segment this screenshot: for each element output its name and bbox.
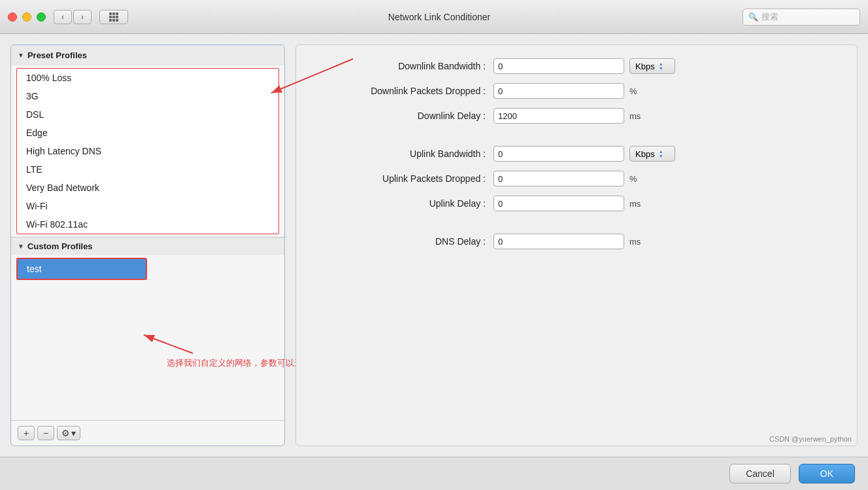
downlink-bandwidth-row: Downlink Bandwidth : Kbps ▲▼ — [316, 58, 837, 74]
traffic-lights — [8, 12, 46, 22]
cancel-button[interactable]: Cancel — [729, 464, 791, 483]
uplink-delay-label: Uplink Delay : — [316, 198, 486, 209]
uplink-delay-row: Uplink Delay : ms — [316, 196, 837, 211]
list-item-3g[interactable]: 3G — [17, 87, 278, 105]
list-item-very-bad-network[interactable]: Very Bad Network — [17, 179, 278, 197]
title-bar: ‹ › Network Link Conditioner 🔍 搜索 — [0, 0, 868, 34]
list-item-lte[interactable]: LTE — [17, 160, 278, 179]
kbps-label: Kbps — [635, 61, 655, 71]
list-item-dsl[interactable]: DSL — [17, 105, 278, 124]
preset-list: 100% Loss 3G DSL Edge High Latency DNS L… — [16, 68, 279, 234]
toolbar: + − ⚙ ▾ — [11, 420, 284, 446]
back-button[interactable]: ‹ — [54, 10, 72, 24]
list-item-test[interactable]: test — [16, 258, 147, 280]
downlink-bandwidth-unit-select[interactable]: Kbps ▲▼ — [629, 58, 675, 74]
close-button[interactable] — [8, 12, 17, 22]
uplink-kbps-label: Kbps — [635, 149, 655, 159]
uplink-packets-dropped-input[interactable] — [493, 171, 624, 186]
uplink-packets-dropped-label: Uplink Packets Dropped : — [316, 173, 486, 184]
main-content: 非自定义，参数无法修改 选择我们自定义的网络，参数可以进行修改 ▼ Preset… — [0, 34, 868, 457]
search-placeholder: 搜索 — [761, 11, 778, 23]
add-button[interactable]: + — [18, 426, 35, 440]
left-panel: ▼ Preset Profiles 100% Loss 3G DSL Edge … — [10, 44, 285, 446]
downlink-bandwidth-label: Downlink Bandwidth : — [316, 61, 486, 71]
right-panel: Downlink Bandwidth : Kbps ▲▼ Downlink Pa… — [295, 44, 858, 446]
remove-button[interactable]: − — [37, 426, 54, 440]
custom-header-label: Custom Profiles — [27, 241, 93, 251]
dns-delay-label: DNS Delay : — [316, 236, 486, 247]
list-item-wifi[interactable]: Wi-Fi — [17, 197, 278, 215]
downlink-delay-unit: ms — [629, 111, 641, 121]
preset-header-label: Preset Profiles — [27, 50, 87, 60]
list-item-high-latency-dns[interactable]: High Latency DNS — [17, 142, 278, 160]
ok-button[interactable]: OK — [799, 464, 855, 483]
grid-button[interactable] — [99, 10, 128, 24]
downlink-packets-dropped-label: Downlink Packets Dropped : — [316, 86, 486, 96]
forward-button[interactable]: › — [73, 10, 92, 24]
list-item-100loss[interactable]: 100% Loss — [17, 69, 278, 87]
grid-icon — [109, 12, 118, 22]
dns-delay-unit: ms — [629, 237, 641, 247]
custom-list: test — [16, 258, 279, 280]
search-icon: 🔍 — [748, 12, 758, 22]
downlink-packets-dropped-row: Downlink Packets Dropped : % — [316, 83, 837, 99]
uplink-select-arrows-icon: ▲▼ — [659, 149, 663, 158]
watermark: CSDN @yuerwen_python — [769, 435, 852, 443]
list-item-wifi-80211ac[interactable]: Wi-Fi 802.11ac — [17, 215, 278, 234]
window-title: Network Link Conditioner — [136, 12, 743, 22]
downlink-delay-input[interactable] — [493, 108, 624, 124]
dns-delay-input[interactable] — [493, 234, 624, 249]
uplink-delay-input[interactable] — [493, 196, 624, 211]
nav-buttons: ‹ › — [54, 10, 92, 24]
uplink-bandwidth-unit-select[interactable]: Kbps ▲▼ — [629, 146, 675, 162]
downlink-packets-dropped-input[interactable] — [493, 83, 624, 99]
list-item-edge[interactable]: Edge — [17, 124, 278, 142]
preset-profiles-header: ▼ Preset Profiles — [11, 45, 284, 65]
downlink-bandwidth-input[interactable] — [493, 58, 624, 74]
uplink-bandwidth-label: Uplink Bandwidth : — [316, 149, 486, 159]
downlink-delay-row: Downlink Delay : ms — [316, 108, 837, 124]
uplink-bandwidth-row: Uplink Bandwidth : Kbps ▲▼ — [316, 146, 837, 162]
gear-button[interactable]: ⚙ ▾ — [57, 426, 80, 440]
chevron-down-icon: ▾ — [71, 428, 76, 438]
triangle-icon-custom: ▼ — [18, 243, 24, 250]
uplink-packets-dropped-row: Uplink Packets Dropped : % — [316, 171, 837, 186]
custom-profiles-header: ▼ Custom Profiles — [11, 237, 284, 255]
search-box[interactable]: 🔍 搜索 — [743, 9, 860, 26]
triangle-icon: ▼ — [18, 52, 24, 59]
bottom-bar: Cancel OK — [0, 457, 868, 490]
uplink-packets-unit: % — [629, 174, 637, 184]
gear-icon: ⚙ — [61, 428, 70, 438]
uplink-bandwidth-input[interactable] — [493, 146, 624, 162]
downlink-packets-unit: % — [629, 86, 637, 96]
uplink-delay-unit: ms — [629, 199, 641, 209]
select-arrows-icon: ▲▼ — [659, 61, 663, 71]
dns-delay-row: DNS Delay : ms — [316, 234, 837, 249]
downlink-delay-label: Downlink Delay : — [316, 111, 486, 121]
minimize-button[interactable] — [22, 12, 31, 22]
maximize-button[interactable] — [37, 12, 46, 22]
